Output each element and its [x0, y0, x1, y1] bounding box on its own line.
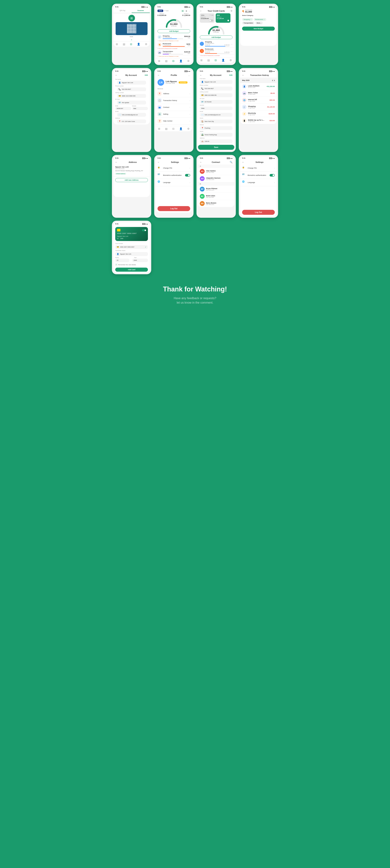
tab-qr-pay[interactable]: QR Pay [113, 8, 132, 13]
nav-p3[interactable]: 👤 [222, 59, 225, 62]
field-capay-7[interactable]: 💳 8888 1010 8688 999 [200, 93, 232, 97]
card-number-label: Card Number [113, 243, 150, 245]
add-card-button[interactable]: Add Card [115, 268, 148, 272]
card-number-input[interactable]: 💳 4509 2097 9956 6997 ✓ [115, 245, 148, 249]
credit-cards-screen: 9:41 ▐▐▐▲▬ ← Your Credit Cards ⚙ VISA **… [196, 4, 236, 65]
nav-person-icon[interactable]: 👤 [137, 43, 140, 45]
nav-s3[interactable]: ⚙ [230, 59, 232, 62]
field-district-7[interactable]: 📍 Flushing [200, 126, 232, 130]
new-budget-button[interactable]: New Budget [242, 27, 275, 31]
contact-barry[interactable]: BB Barry Bowen 046-448-9044 [198, 200, 234, 207]
field-home-7[interactable]: 🏠 New York City [200, 120, 232, 123]
nav-qr-2[interactable]: ⊟ [172, 59, 174, 62]
nav-c3[interactable]: ▤ [207, 59, 210, 62]
chip-transportation[interactable]: Transportation [242, 22, 255, 24]
card-toggle-2[interactable] [225, 20, 229, 22]
contact-alan[interactable]: AS Alan Santos 994-401-4502 [198, 168, 234, 175]
settings-2-change-pin[interactable]: 🔒 Change PIN › [240, 164, 277, 172]
field-id-7[interactable]: 🪪 8C701040 [200, 100, 232, 104]
logout-button-2[interactable]: Log Out [242, 210, 275, 215]
nav-g6[interactable]: ⊞ [158, 127, 160, 130]
nav-card-icon[interactable]: ▤ [123, 43, 125, 45]
card-tab-2[interactable]: ▣ [185, 10, 188, 12]
save-button[interactable]: Save [198, 145, 234, 150]
balance-1: Balance $ 16,003.00 [158, 13, 166, 16]
contact-alejandro[interactable]: AH Alejandro Harmon 315-460-2334 [198, 175, 234, 182]
nav-q3[interactable]: ⊟ [215, 59, 217, 62]
tab-scanner[interactable]: Scanner [132, 8, 150, 13]
edit-button[interactable]: Edit [145, 74, 148, 76]
nav-qr-icon[interactable]: ⊟ [130, 43, 132, 45]
nav-grid-icon[interactable]: ⊞ [116, 43, 118, 45]
contract-search[interactable]: 🔍 [230, 161, 232, 163]
nav-p6[interactable]: 👤 [179, 127, 183, 130]
trans-amount-4: -$1,120.00 [267, 106, 275, 108]
field-address-7[interactable]: 🏘️ 130-04 [200, 140, 232, 143]
year-input[interactable]: 2040 [132, 258, 148, 262]
thank-you-subtitle: Have any feedback or requests?let us kno… [143, 296, 247, 305]
nav-g3[interactable]: ⊞ [200, 59, 202, 62]
field-fullname[interactable]: 👤 Nguyen Van Linh [200, 80, 232, 84]
next-month[interactable]: › [274, 79, 275, 82]
back-10[interactable]: ← [158, 161, 160, 163]
card-active-toggle[interactable] [142, 229, 146, 231]
card-tab-1[interactable]: ▤ [181, 10, 184, 12]
settings-2-language[interactable]: 🌐 Language › [240, 179, 277, 186]
remember-checkbox[interactable]: ✓ [115, 264, 118, 266]
nav-card-2[interactable]: ▤ [165, 59, 167, 62]
add-budget-button-2[interactable]: Add Budget [200, 35, 232, 39]
nav-grid-2[interactable]: ⊞ [158, 59, 160, 62]
settings-2-biometrics[interactable]: 🪪 Biometrics authentication [240, 172, 277, 179]
chip-shopping[interactable]: Shopping ✓ [242, 18, 253, 21]
biometrics-toggle-1[interactable] [185, 174, 190, 177]
cc-more-1[interactable]: … [231, 43, 232, 45]
nav-settings-icon[interactable]: ⚙ [145, 43, 148, 45]
field-street-7[interactable]: 🛣️ Horace Harding Expy [200, 133, 232, 137]
menu-help[interactable]: ❓ Help Centrer › [156, 118, 192, 124]
field-phone-7[interactable]: 📞 532-539-9927 [200, 87, 232, 91]
settings-action-3[interactable]: ⚙ [230, 10, 232, 12]
status-bar-8: 9:41 ▐▐▐▲▬ [240, 69, 277, 73]
prev-month[interactable]: ‹ [272, 79, 273, 82]
chip-more[interactable]: More... [255, 22, 263, 24]
back-arrow-3[interactable]: ← [200, 10, 202, 12]
menu-contract[interactable]: 👥 Contract › [156, 104, 192, 111]
restaurant-icon: 🍕 [158, 43, 162, 47]
contact-bryan[interactable]: BP Bryan Pittman 444-443-3375 [198, 186, 234, 193]
back-7[interactable]: ← [200, 74, 202, 76]
back-12[interactable]: ← [242, 161, 244, 163]
edit-btn-7[interactable]: Edit [229, 74, 232, 76]
back-11[interactable]: ← [200, 161, 202, 163]
back-9[interactable]: ← [115, 161, 118, 163]
cardholder-input[interactable]: 👤 Nguyen Van Linh [115, 252, 148, 256]
field-gender-7[interactable]: Male [200, 106, 232, 110]
chip-restaurants[interactable]: Restaurants ✓ [254, 18, 266, 21]
menu-setting[interactable]: ⚙️ Setting › [156, 111, 192, 118]
nav-settings-2[interactable]: ⚙ [187, 59, 190, 62]
nav-c6[interactable]: ▤ [165, 127, 167, 130]
field-email-7[interactable]: ✉️ hello.carrotlabs@gmail.com [200, 113, 232, 117]
back-6[interactable]: ← [158, 74, 160, 76]
back-5[interactable]: ← [115, 74, 118, 76]
mini-card-2[interactable]: ▤▤ Balance $ 1,260.00 [216, 13, 230, 23]
nav-person-2[interactable]: 👤 [179, 59, 183, 62]
card-more[interactable]: … [189, 10, 190, 12]
settings-change-pin[interactable]: 🔒 Change PIN › [156, 164, 192, 172]
settings-language[interactable]: 🌐 Language › [156, 179, 192, 186]
cc-more-2[interactable]: … [231, 50, 232, 52]
add-new-address-button[interactable]: Add new Address [115, 178, 148, 182]
back-8[interactable]: ← [242, 74, 244, 76]
logout-button-1[interactable]: Log Out [158, 206, 190, 211]
mini-card-1[interactable]: VISA *** 999 Balance $ 16,003.00 [200, 13, 215, 23]
nav-q6[interactable]: ⊟ [172, 127, 174, 130]
settings-biometrics[interactable]: 🪪 Biometrics authentication [156, 172, 192, 179]
menu-address[interactable]: 📍 Address › [156, 90, 192, 97]
card-toggle-1[interactable] [209, 20, 214, 22]
add-budget-button[interactable]: Add Budget [158, 29, 190, 33]
contact-brett[interactable]: BC Brett Colon 440-440-4801 [198, 193, 234, 200]
nav-s6[interactable]: ⚙ [187, 127, 190, 130]
biometrics-toggle-2[interactable] [270, 174, 275, 177]
profile-more[interactable]: … [188, 74, 190, 76]
month-input[interactable]: 20 [115, 258, 129, 262]
menu-transaction[interactable]: 📋 Transaction histroy › [156, 97, 192, 104]
